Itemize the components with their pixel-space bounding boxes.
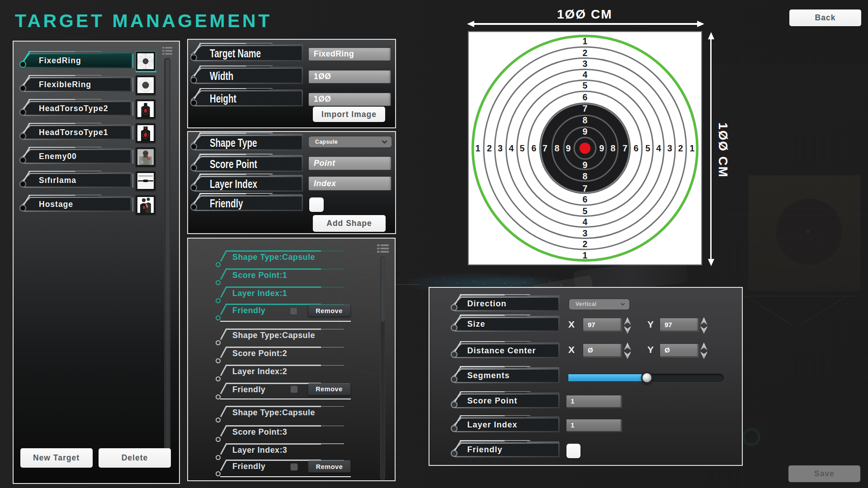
svg-text:5: 5 [583,206,588,216]
svg-text:6: 6 [583,92,588,102]
svg-text:5: 5 [583,80,588,90]
svg-text:1: 1 [583,36,588,46]
svg-text:2: 2 [583,48,588,58]
svg-text:5: 5 [646,143,651,153]
svg-text:7: 7 [623,143,627,153]
svg-text:2: 2 [487,143,492,153]
svg-text:9: 9 [583,127,588,136]
svg-text:1: 1 [583,250,588,260]
svg-text:1: 1 [690,143,695,153]
svg-text:7: 7 [583,103,588,113]
svg-text:2: 2 [583,239,588,249]
svg-text:2: 2 [678,143,683,153]
svg-text:8: 8 [611,143,616,153]
svg-text:3: 3 [498,143,503,153]
svg-text:3: 3 [667,143,672,153]
svg-text:4: 4 [656,143,661,153]
svg-text:4: 4 [583,70,588,80]
svg-text:7: 7 [583,183,588,193]
svg-text:3: 3 [583,228,588,238]
svg-text:5: 5 [520,143,525,153]
svg-text:6: 6 [583,194,588,204]
svg-text:3: 3 [583,59,588,69]
svg-text:8: 8 [555,143,560,153]
svg-text:1: 1 [476,143,481,153]
svg-text:9: 9 [566,143,571,153]
svg-text:7: 7 [542,143,547,153]
svg-text:9: 9 [583,160,588,170]
svg-text:9: 9 [599,143,604,153]
svg-text:8: 8 [583,115,588,125]
svg-text:8: 8 [583,171,588,181]
svg-text:6: 6 [532,143,537,153]
svg-text:4: 4 [509,143,514,153]
svg-text:4: 4 [583,217,588,227]
svg-text:6: 6 [634,143,639,153]
